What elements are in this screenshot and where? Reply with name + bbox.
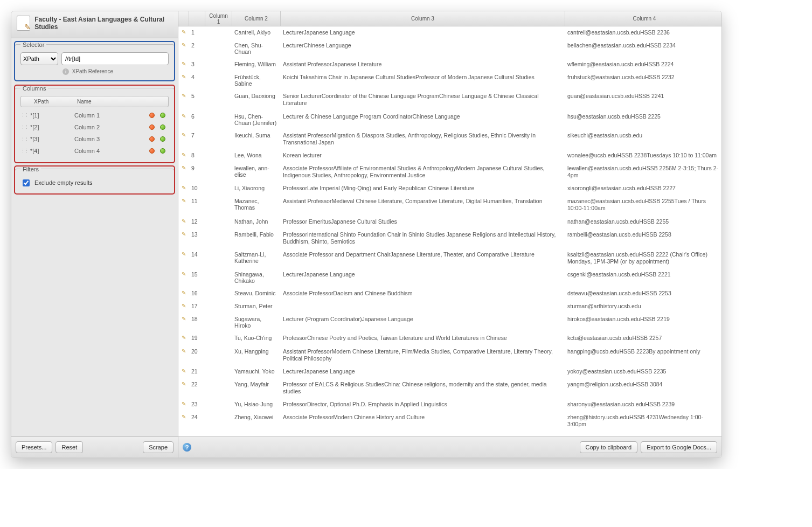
edit-row-icon[interactable]: ✎ [178,251,189,265]
cell-c3 [281,303,565,310]
row-index: 7 [189,132,205,146]
drag-grip-icon[interactable]: ⋮⋮ [20,113,28,118]
exclude-empty-checkbox[interactable] [23,179,30,186]
col-xpath: *[4] [28,148,74,154]
table-row[interactable]: ✎14Saltzman-Li, KatherineAssociate Profe… [178,248,721,268]
table-row[interactable]: ✎9lewallen, ann-eliseAssociate Professor… [178,162,721,182]
th-col1[interactable]: Column 1 [205,11,232,26]
table-row[interactable]: ✎7Ikeuchi, SumaAssistant ProfessorMigrat… [178,129,721,149]
table-row[interactable]: ✎24Zheng, XiaoweiAssociate ProfessorMode… [178,411,721,431]
column-config-row[interactable]: ⋮⋮*[4]Column 4 [20,145,169,157]
drag-grip-icon[interactable]: ⋮⋮ [20,124,28,130]
presets-button[interactable]: Presets... [16,441,52,453]
cell-c4: rambelli@eastasian.ucsb.eduHSSB 2258 [565,231,721,245]
cell-c1 [205,368,232,375]
remove-icon[interactable] [149,148,155,154]
column-config-row[interactable]: ⋮⋮*[2]Column 2 [20,121,169,133]
edit-row-icon[interactable]: ✎ [178,401,189,408]
table-row[interactable]: ✎11Mazanec, ThomasAssistant ProfessorMed… [178,195,721,215]
edit-row-icon[interactable]: ✎ [178,198,189,212]
cell-c3: Lecturer (Program Coordinator)Japanese L… [281,316,565,329]
table-row[interactable]: ✎15Shinagawa, ChikakoLecturerJapanese La… [178,268,721,287]
table-body[interactable]: ✎1Cantrell, AkiyoLecturerJapanese Langua… [178,26,721,436]
cell-c3: Korean lecturer [281,152,565,159]
edit-row-icon[interactable]: ✎ [178,348,189,362]
th-col2[interactable]: Column 2 [232,11,281,26]
col-name: Column 1 [74,112,149,119]
table-row[interactable]: ✎16Steavu, DominicAssociate ProfessorDao… [178,287,721,300]
exclude-empty-row[interactable]: Exclude empty results [20,177,169,188]
table-row[interactable]: ✎18Sugawara, HirokoLecturer (Program Coo… [178,313,721,332]
columns-header: XPath Name [20,96,169,107]
table-row[interactable]: ✎12Nathan, JohnProfessor EmeritusJapanes… [178,216,721,228]
edit-row-icon[interactable]: ✎ [178,132,189,146]
copy-clipboard-button[interactable]: Copy to clipboard [580,441,638,453]
edit-row-icon[interactable]: ✎ [178,165,189,179]
cell-c1 [205,165,232,179]
cell-c3: Associate ProfessorDaoism and Chinese Bu… [281,290,565,297]
cell-c3: ProfessorLate Imperial (Ming-Qing) and E… [281,185,565,192]
row-index: 15 [189,271,205,284]
edit-row-icon[interactable]: ✎ [178,185,189,192]
help-icon[interactable]: ? [183,443,191,452]
edit-row-icon[interactable]: ✎ [178,368,189,375]
remove-icon[interactable] [149,113,155,118]
edit-row-icon[interactable]: ✎ [178,271,189,284]
table-row[interactable]: ✎3Fleming, WilliamAssistant ProfessorJap… [178,58,721,71]
edit-row-icon[interactable]: ✎ [178,414,189,428]
edit-row-icon[interactable]: ✎ [178,381,189,395]
edit-row-icon[interactable]: ✎ [178,290,189,297]
table-row[interactable]: ✎1Cantrell, AkiyoLecturerJapanese Langua… [178,26,721,39]
edit-row-icon[interactable]: ✎ [178,42,189,55]
remove-icon[interactable] [149,136,155,142]
cell-c2: Guan, Daoxiong [232,93,281,107]
xpath-reference-link[interactable]: i XPath Reference [63,68,169,75]
table-row[interactable]: ✎21Yamauchi, YokoLecturerJapanese Langua… [178,365,721,378]
table-row[interactable]: ✎6Hsu, Chen-Chuan (Jennifer)Lecturer & C… [178,110,721,129]
row-index: 16 [189,290,205,297]
cell-c1 [205,414,232,428]
table-row[interactable]: ✎17Sturman, Petersturman@arthistory.ucsb… [178,300,721,313]
edit-row-icon[interactable]: ✎ [178,303,189,310]
table-row[interactable]: ✎13Rambelli, FabioProfessorInternational… [178,228,721,248]
column-config-row[interactable]: ⋮⋮*[1]Column 1 [20,109,169,121]
table-row[interactable]: ✎8Lee, WonaKorean lecturerwonalee@ucsb.e… [178,149,721,162]
add-icon[interactable] [160,124,165,130]
table-row[interactable]: ✎19Tu, Kuo-Ch'ingProfessorChinese Poetry… [178,332,721,345]
column-config-row[interactable]: ⋮⋮*[3]Column 3 [20,133,169,145]
edit-row-icon[interactable]: ✎ [178,113,189,126]
remove-icon[interactable] [149,124,155,130]
table-row[interactable]: ✎5Guan, DaoxiongSenior LecturerCoordinat… [178,90,721,110]
add-icon[interactable] [160,136,165,142]
edit-row-icon[interactable]: ✎ [178,231,189,245]
table-row[interactable]: ✎23Yu, Hsiao-JungProfessorDirector, Opti… [178,398,721,411]
edit-row-icon[interactable]: ✎ [178,74,189,87]
add-icon[interactable] [160,148,165,154]
edit-row-icon[interactable]: ✎ [178,218,189,225]
table-row[interactable]: ✎2Chen, Shu-ChuanLecturerChinese Languag… [178,39,721,58]
th-col4[interactable]: Column 4 [565,11,721,26]
cell-c4: yangm@religion.ucsb.eduHSSB 3084 [565,381,721,395]
export-gdocs-button[interactable]: Export to Google Docs... [641,441,717,453]
edit-row-icon[interactable]: ✎ [178,29,189,36]
drag-grip-icon[interactable]: ⋮⋮ [20,148,28,154]
scrape-button[interactable]: Scrape [143,441,173,453]
edit-row-icon[interactable]: ✎ [178,335,189,342]
edit-row-icon[interactable]: ✎ [178,93,189,107]
drag-grip-icon[interactable]: ⋮⋮ [20,136,28,142]
add-icon[interactable] [160,113,165,118]
table-row[interactable]: ✎4Frühstück, SabineKoichi Takashima Chai… [178,71,721,90]
edit-row-icon[interactable]: ✎ [178,152,189,159]
cell-c1 [205,198,232,212]
edit-row-icon[interactable]: ✎ [178,61,189,68]
table-row[interactable]: ✎20Xu, HangpingAssistant ProfessorModern… [178,345,721,365]
table-row[interactable]: ✎22Yang, MayfairProfessor of EALCS & Rel… [178,378,721,398]
reset-button[interactable]: Reset [55,441,83,453]
selector-type-select[interactable]: XPath [20,52,58,65]
table-row[interactable]: ✎10Li, XiaorongProfessorLate Imperial (M… [178,182,721,195]
row-index: 20 [189,348,205,362]
selector-expression-input[interactable] [61,52,169,65]
cell-c4: cantrell@eastasian.ucsb.eduHSSB 2236 [565,29,721,36]
th-col3[interactable]: Column 3 [281,11,565,26]
edit-row-icon[interactable]: ✎ [178,316,189,329]
